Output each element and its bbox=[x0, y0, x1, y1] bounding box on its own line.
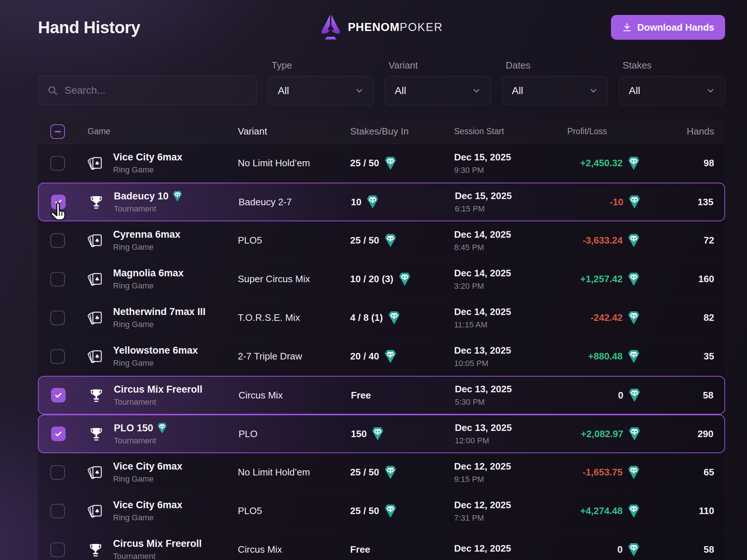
game-name: Yellowstone 6max bbox=[113, 345, 198, 356]
session-time: 8:45 PM bbox=[454, 243, 530, 252]
profit-loss-value: 0 bbox=[618, 544, 623, 555]
variant-cell: Circus Mix bbox=[238, 544, 350, 555]
hands-count: 72 bbox=[640, 235, 725, 246]
session-date: Dec 15, 2025 bbox=[455, 190, 531, 202]
stakes-currency-icon bbox=[384, 234, 396, 248]
profit-loss-currency-icon bbox=[628, 195, 640, 209]
profit-loss-value: +4,274.48 bbox=[580, 505, 623, 517]
trophy-icon bbox=[90, 388, 102, 402]
table-row[interactable]: Yellowstone 6max Ring Game 2-7 Triple Dr… bbox=[38, 337, 725, 376]
profit-loss-currency-icon bbox=[628, 350, 640, 363]
session-date: Dec 13, 2025 bbox=[455, 384, 531, 395]
cards-icon bbox=[87, 271, 104, 288]
stakes-currency-icon bbox=[384, 504, 396, 518]
stakes-currency-icon bbox=[367, 195, 379, 209]
stakes-value: Free bbox=[351, 390, 371, 401]
session-time: 3:20 PM bbox=[454, 281, 530, 291]
game-name: Circus Mix Freeroll bbox=[114, 384, 202, 395]
row-checkbox[interactable] bbox=[50, 504, 65, 518]
cards-icon bbox=[87, 310, 104, 326]
table-row[interactable]: Circus Mix Freeroll Tournament Circus Mi… bbox=[38, 530, 725, 560]
game-type: Ring Game bbox=[113, 358, 198, 368]
filter-variant-select[interactable]: All bbox=[385, 76, 491, 105]
stakes-value: 20 / 40 bbox=[350, 351, 379, 362]
table-row[interactable]: Vice City 6max Ring Game No Limit Hold’e… bbox=[38, 453, 725, 492]
cards-icon bbox=[87, 464, 104, 481]
row-checkbox[interactable] bbox=[50, 542, 65, 557]
filter-stakes-select[interactable]: All bbox=[619, 76, 725, 105]
download-hands-button[interactable]: Download Hands bbox=[611, 15, 725, 40]
profit-loss-value: -3,633.24 bbox=[582, 235, 623, 246]
session-date: Dec 12, 2025 bbox=[454, 499, 530, 511]
profit-loss-value: +2,082.97 bbox=[581, 428, 623, 440]
row-checkbox[interactable] bbox=[50, 272, 65, 287]
row-checkbox[interactable] bbox=[50, 465, 65, 480]
row-checkbox[interactable] bbox=[51, 427, 66, 441]
table-row[interactable]: Netherwind 7max III Ring Game T.O.R.S.E.… bbox=[38, 299, 725, 337]
table-body: Vice City 6max Ring Game No Limit Hold’e… bbox=[38, 144, 725, 560]
page-title: Hand History bbox=[38, 18, 140, 37]
profit-loss-value: +1,257.42 bbox=[580, 273, 623, 285]
table-row[interactable]: PLO 150 Tournament PLO 150 Dec 13, 2025 … bbox=[38, 415, 725, 453]
variant-cell: PLO bbox=[239, 428, 351, 440]
game-name: Vice City 6max bbox=[113, 461, 182, 472]
search-box[interactable] bbox=[38, 76, 257, 105]
stakes-value: 10 / 20 (3) bbox=[350, 273, 394, 285]
game-name: PLO 150 bbox=[114, 423, 153, 434]
session-time: 12:00 PM bbox=[455, 436, 531, 446]
session-time: 9:30 PM bbox=[454, 166, 530, 175]
game-type: Ring Game bbox=[113, 281, 184, 291]
row-checkbox[interactable] bbox=[50, 311, 65, 325]
table-row[interactable]: Magnolia 6max Ring Game Super Circus Mix… bbox=[38, 260, 725, 299]
hands-count: 290 bbox=[640, 428, 724, 440]
table-row[interactable]: Vice City 6max Ring Game PLO5 25 / 50 De… bbox=[38, 492, 725, 530]
table-row[interactable]: Vice City 6max Ring Game No Limit Hold’e… bbox=[38, 144, 725, 183]
profit-loss-currency-icon bbox=[628, 234, 640, 248]
filter-type: Type All bbox=[268, 60, 374, 105]
column-header-hands: Hands bbox=[640, 126, 725, 137]
row-checkbox[interactable] bbox=[50, 233, 65, 248]
session-date: Dec 14, 2025 bbox=[454, 306, 530, 318]
trophy-icon bbox=[90, 543, 101, 557]
row-checkbox[interactable] bbox=[51, 388, 66, 402]
table-row[interactable]: Badeucy 10 Tournament Badeucy 2-7 10 Dec… bbox=[38, 183, 725, 221]
trophy-icon bbox=[90, 195, 102, 209]
filter-dates: Dates All bbox=[502, 60, 608, 105]
stakes-currency-icon bbox=[388, 311, 400, 325]
table-row[interactable]: Cyrenna 6max Ring Game PLO5 25 / 50 Dec … bbox=[38, 221, 725, 260]
game-name: Netherwind 7max III bbox=[113, 306, 206, 318]
profit-loss-currency-icon bbox=[628, 543, 640, 557]
game-type: Ring Game bbox=[113, 513, 182, 522]
hands-count: 82 bbox=[640, 312, 725, 323]
phenom-spade-logo-icon bbox=[320, 13, 341, 41]
select-all-checkbox[interactable] bbox=[50, 124, 65, 139]
filters-bar: Type All Variant All Dates All bbox=[38, 60, 725, 105]
row-checkbox[interactable] bbox=[50, 349, 65, 364]
table-row[interactable]: Circus Mix Freeroll Tournament Circus Mi… bbox=[38, 376, 725, 415]
brand-name: PHENOMPOKER bbox=[348, 21, 443, 34]
stakes-currency-icon bbox=[384, 156, 396, 170]
chevron-down-icon bbox=[706, 86, 715, 96]
profit-loss-currency-icon bbox=[628, 311, 640, 325]
game-name: Vice City 6max bbox=[113, 152, 182, 163]
profit-loss-currency-icon bbox=[628, 272, 640, 286]
variant-cell: PLO5 bbox=[238, 235, 350, 246]
stakes-value: 25 / 50 bbox=[350, 235, 379, 246]
hand-cursor-pointer bbox=[50, 202, 69, 221]
game-type: Ring Game bbox=[113, 242, 181, 252]
stakes-currency-icon bbox=[399, 272, 411, 286]
variant-cell: T.O.R.S.E. Mix bbox=[238, 312, 350, 323]
profit-loss-value: -242.42 bbox=[591, 312, 623, 323]
hands-count: 160 bbox=[640, 273, 725, 285]
filter-type-select[interactable]: All bbox=[268, 76, 374, 105]
chevron-down-icon bbox=[355, 86, 364, 96]
row-checkbox[interactable] bbox=[50, 156, 65, 171]
search-input[interactable] bbox=[65, 85, 248, 96]
hands-count: 110 bbox=[640, 505, 725, 517]
stakes-value: 25 / 50 bbox=[350, 158, 379, 169]
session-time: 5:30 PM bbox=[455, 397, 531, 407]
download-icon bbox=[622, 22, 632, 32]
profit-loss-currency-icon bbox=[628, 466, 640, 479]
filter-dates-select[interactable]: All bbox=[502, 76, 608, 105]
game-name: Badeucy 10 bbox=[114, 191, 169, 202]
